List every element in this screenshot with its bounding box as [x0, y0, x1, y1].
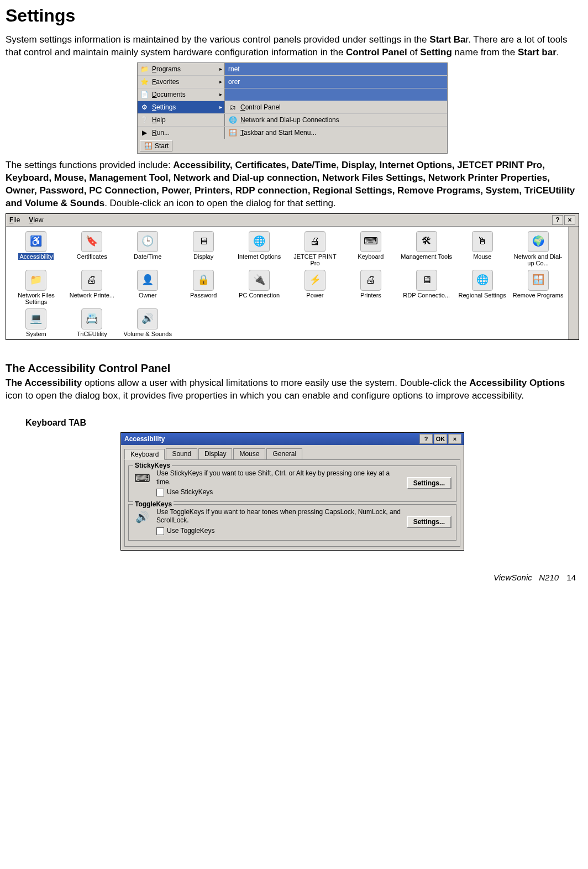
- ok-button[interactable]: OK: [434, 434, 447, 444]
- cp-label: Network and Dial-up Co...: [511, 253, 565, 266]
- cp-item[interactable]: 🔊Volume & Sounds: [121, 308, 175, 337]
- programs-icon: 📁: [140, 65, 149, 74]
- cp-label: Internet Options: [238, 253, 281, 260]
- intro-bold-startbar2: Start bar: [518, 47, 556, 57]
- cp-icon: 🖥: [193, 231, 214, 252]
- start-button[interactable]: 🪟 Start: [140, 140, 172, 151]
- cp-item[interactable]: 🔒Password: [177, 270, 230, 305]
- cp-item[interactable]: 🖥Display: [177, 231, 230, 266]
- cp-icon: 🌐: [472, 270, 493, 291]
- stickykeys-legend: StickyKeys: [133, 462, 172, 469]
- togglekeys-settings-button[interactable]: Settings...: [407, 516, 452, 528]
- cp-label: Volume & Sounds: [124, 331, 172, 337]
- cp-icon: 🖨: [81, 270, 102, 291]
- cp-item[interactable]: 🛠Management Tools: [400, 231, 453, 266]
- cp-item[interactable]: 📁Network Files Settings: [9, 270, 63, 305]
- accessibility-bold2: Accessibility Options: [469, 378, 565, 388]
- background-app-text: rnet: [228, 65, 240, 73]
- help-button[interactable]: ?: [552, 215, 563, 225]
- tab-sound[interactable]: Sound: [166, 448, 197, 459]
- cp-icon: 📇: [81, 308, 102, 329]
- cp-item[interactable]: 🖥RDP Connectio...: [400, 270, 453, 305]
- tab-keyboard[interactable]: Keyboard: [124, 449, 165, 460]
- tab-mouse[interactable]: Mouse: [233, 448, 265, 459]
- startmenu-help[interactable]: ❔ Help: [138, 114, 225, 126]
- controlpanel-icon: 🗂: [228, 103, 237, 112]
- cp-label: Network Files Settings: [9, 292, 63, 305]
- intro-bold-startbar: Start Ba: [429, 34, 465, 45]
- cp-item[interactable]: ♿Accessibility: [9, 231, 63, 266]
- submenu-taskbar[interactable]: 🪟 Taskbar and Start Menu...: [225, 127, 447, 139]
- cp-item[interactable]: ⚡Power: [288, 270, 342, 305]
- cp-icon: 🔊: [137, 308, 158, 329]
- startmenu-programs[interactable]: 📁 Programs ▸: [138, 63, 225, 75]
- cp-item[interactable]: 🌐Regional Settings: [455, 270, 509, 305]
- cp-item[interactable]: ⌨Keyboard: [344, 231, 397, 266]
- cp-item[interactable]: 🌐Internet Options: [233, 231, 286, 266]
- stickykeys-settings-button[interactable]: Settings...: [407, 477, 452, 489]
- startmenu-settings[interactable]: ⚙ Settings ▸: [138, 101, 225, 113]
- startmenu-rightpane: orer: [225, 76, 447, 88]
- cp-icon: 📁: [25, 270, 46, 291]
- taskbar-icon: 🪟: [228, 128, 237, 137]
- chevron-right-icon: ▸: [219, 104, 222, 110]
- chevron-right-icon: ▸: [219, 78, 222, 85]
- cp-label: PC Connection: [239, 292, 280, 299]
- submenu-control-panel[interactable]: 🗂 Control Panel: [225, 101, 447, 113]
- startmenu-documents[interactable]: 📄 Documents ▸: [138, 88, 225, 101]
- cp-item[interactable]: 🖨Printers: [344, 270, 397, 305]
- stickykeys-desc: Use StickyKeys if you want to use Shift,…: [156, 469, 401, 486]
- menu-file[interactable]: File: [9, 216, 20, 224]
- startmenu-item-label: Settings: [152, 103, 176, 111]
- controlpanel-grid: ♿Accessibility🔖Certificates🕒Date/Time🖥Di…: [6, 227, 568, 339]
- menu-view[interactable]: View: [29, 216, 43, 224]
- cp-item[interactable]: 🖨JETCET PRINT Pro: [288, 231, 342, 266]
- cp-label: Certificates: [77, 253, 107, 260]
- submenu-network[interactable]: 🌐 Network and Dial-up Connections: [225, 114, 447, 126]
- cp-item[interactable]: 🖨Network Printe...: [65, 270, 119, 305]
- stickykeys-checkbox[interactable]: Use StickyKeys: [156, 488, 401, 497]
- submenu-item-label: Taskbar and Start Menu...: [240, 129, 316, 137]
- accessibility-paragraph: The Accessibility options allow a user w…: [6, 377, 579, 402]
- cp-label: Keyboard: [358, 253, 384, 260]
- help-button[interactable]: ?: [419, 434, 433, 444]
- cp-label: JETCET PRINT Pro: [288, 253, 342, 266]
- cp-item[interactable]: 💻System: [9, 308, 63, 337]
- scrollbar[interactable]: [568, 227, 579, 339]
- footer-model: N210: [539, 573, 559, 582]
- startmenu-rightpane: rnet: [225, 63, 447, 75]
- accessibility-bold1: The Accessibility: [6, 378, 82, 388]
- startmenu-item-label: Programs: [152, 65, 181, 73]
- close-button[interactable]: ×: [564, 215, 575, 225]
- togglekeys-checkbox[interactable]: Use ToggleKeys: [156, 527, 401, 536]
- cp-item[interactable]: 🪟Remove Programs: [511, 270, 565, 305]
- network-icon: 🌐: [228, 116, 237, 124]
- tab-display[interactable]: Display: [198, 448, 232, 459]
- cp-icon: 🪟: [528, 270, 549, 291]
- intro-paragraph: System settings information is maintaine…: [6, 34, 579, 59]
- startmenu-item-label: Documents: [152, 91, 186, 98]
- cp-icon: ⌨: [360, 231, 381, 252]
- functions-intro: The settings functions provided include:: [6, 160, 173, 170]
- close-button[interactable]: ×: [448, 434, 461, 444]
- cp-item[interactable]: 🔌PC Connection: [233, 270, 286, 305]
- help-icon: ❔: [140, 116, 149, 124]
- cp-item[interactable]: 👤Owner: [121, 270, 175, 305]
- startmenu-rightpane: [225, 88, 447, 101]
- startmenu-favorites[interactable]: ⭐ Favorites ▸: [138, 76, 225, 88]
- startmenu-item-label: Run...: [152, 129, 170, 137]
- cp-item[interactable]: 🖱Mouse: [455, 231, 509, 266]
- cp-item[interactable]: 📇TriCEUtility: [65, 308, 119, 337]
- settings-icon: ⚙: [140, 103, 149, 112]
- cp-icon: 👤: [137, 270, 158, 291]
- cp-label: Owner: [139, 292, 156, 299]
- startmenu-run[interactable]: ▶ Run...: [138, 127, 225, 139]
- cp-item[interactable]: 🔖Certificates: [65, 231, 119, 266]
- intro-text: name from the: [452, 47, 518, 57]
- cp-item[interactable]: 🌍Network and Dial-up Co...: [511, 231, 565, 266]
- submenu-item-label: Control Panel: [240, 103, 281, 111]
- accessibility-dialog: Accessibility ? OK × Keyboard Sound Disp…: [120, 432, 464, 551]
- cp-item[interactable]: 🕒Date/Time: [121, 231, 175, 266]
- tab-general[interactable]: General: [266, 448, 302, 459]
- cp-icon: 🌍: [528, 231, 549, 252]
